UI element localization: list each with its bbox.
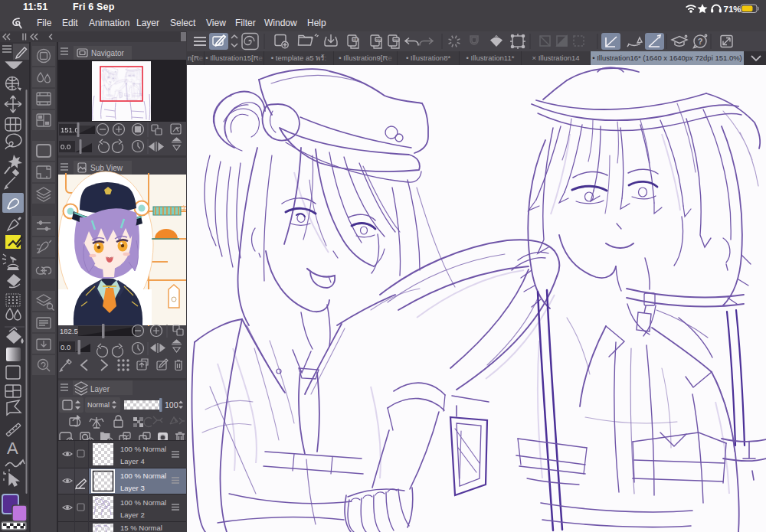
svg-text:100 % Normal: 100 % Normal [120,445,166,453]
svg-text:?: ? [698,37,703,46]
svg-text:71%: 71% [724,5,741,14]
svg-text:tiff: tiff [353,38,357,42]
svg-text:Layer 2: Layer 2 [120,511,145,519]
svg-text:Layer: Layer [90,385,110,393]
svg-text:Normal: Normal [87,401,110,409]
svg-text:Layer 3: Layer 3 [120,484,145,492]
svg-text:psd: psd [394,38,400,42]
svg-text:A: A [7,439,18,458]
svg-text:png: png [376,38,382,42]
svg-text:0.0: 0.0 [61,343,70,351]
svg-text:15 % Normal: 15 % Normal [120,524,162,532]
svg-text:100 % Normal: 100 % Normal [120,498,166,507]
svg-text:182.5: 182.5 [60,327,78,335]
svg-text:100 % Normal: 100 % Normal [120,472,166,480]
svg-text:Navigator: Navigator [91,49,124,57]
svg-text:0.0: 0.0 [61,142,70,151]
svg-text:字: 字 [181,205,186,212]
svg-text:Layer 4: Layer 4 [120,457,145,465]
svg-text:Sub View: Sub View [90,164,123,172]
svg-text:100: 100 [165,400,178,410]
svg-text:151.0: 151.0 [61,126,79,134]
